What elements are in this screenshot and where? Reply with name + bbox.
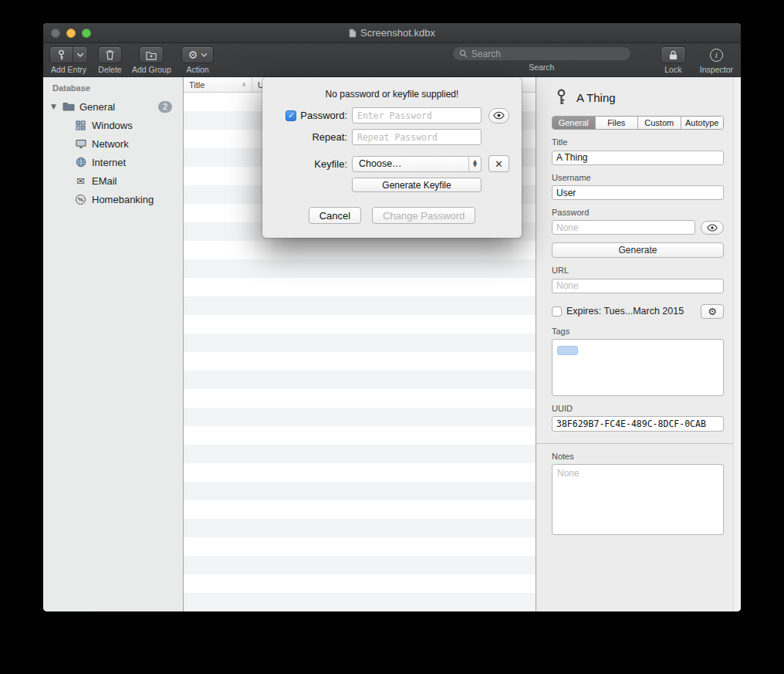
sidebar-item-windows[interactable]: Windows bbox=[43, 116, 183, 134]
eye-icon bbox=[707, 224, 718, 232]
action-label: Action bbox=[186, 65, 208, 74]
cancel-button[interactable]: Cancel bbox=[309, 207, 361, 224]
tab-general[interactable]: General bbox=[553, 117, 595, 129]
tab-custom[interactable]: Custom bbox=[637, 117, 681, 129]
sidebar-item-label: Windows bbox=[92, 120, 133, 131]
search-field[interactable] bbox=[452, 46, 631, 61]
add-entry-dropdown[interactable] bbox=[73, 47, 87, 63]
password-row bbox=[552, 220, 724, 235]
keyfile-popup[interactable]: Choose… ▲▼ bbox=[352, 156, 482, 172]
search-icon bbox=[459, 49, 468, 58]
reveal-password-button[interactable] bbox=[701, 221, 724, 235]
enter-password-input[interactable] bbox=[352, 107, 482, 124]
globe-icon bbox=[74, 157, 87, 168]
username-field-label: Username bbox=[552, 173, 724, 182]
repeat-row: Repeat: bbox=[275, 129, 509, 145]
document-icon bbox=[349, 29, 357, 38]
toolbar-lock: Lock bbox=[661, 46, 686, 74]
chevron-down-icon bbox=[201, 53, 207, 57]
sidebar-item-general[interactable]: ▼ General 2 bbox=[43, 97, 183, 116]
tag-token[interactable] bbox=[557, 346, 578, 355]
add-group-button[interactable] bbox=[139, 46, 164, 63]
tab-files[interactable]: Files bbox=[595, 117, 638, 129]
entry-title: A Thing bbox=[576, 91, 616, 104]
clear-keyfile-button[interactable]: ✕ bbox=[488, 155, 509, 172]
monitor-icon bbox=[74, 139, 87, 149]
desktop-background: Screenshot.kdbx Add Entry bbox=[0, 0, 784, 674]
toolbar-inspector: i Inspector bbox=[700, 46, 733, 74]
sidebar-item-label: EMail bbox=[92, 175, 117, 187]
password-field[interactable] bbox=[552, 220, 695, 235]
delete-label: Delete bbox=[98, 65, 121, 74]
add-group-label: Add Group bbox=[132, 65, 171, 74]
password-row: ✓ Password: bbox=[275, 107, 509, 124]
window-title: Screenshot.kdbx bbox=[360, 27, 435, 39]
expires-settings-button[interactable]: ⚙ bbox=[701, 304, 724, 319]
change-password-button[interactable]: Change Password bbox=[372, 207, 475, 224]
column-header-title[interactable]: Title ∧ bbox=[184, 77, 252, 92]
inspector-panel: A Thing General Files Custom Autotype Ti… bbox=[536, 77, 741, 611]
lock-button[interactable] bbox=[661, 46, 686, 63]
repeat-password-input[interactable] bbox=[352, 129, 482, 145]
sidebar-item-internet[interactable]: Internet bbox=[43, 153, 183, 171]
generate-password-button[interactable]: Generate bbox=[552, 242, 724, 258]
tags-box[interactable] bbox=[552, 339, 724, 396]
inspector-content: A Thing General Files Custom Autotype Ti… bbox=[536, 77, 733, 611]
search-input[interactable] bbox=[471, 49, 624, 59]
toolbar-add-group: Add Group bbox=[132, 46, 171, 74]
search-label: Search bbox=[529, 63, 554, 72]
folder-icon bbox=[62, 102, 75, 111]
reveal-password-button[interactable] bbox=[488, 108, 509, 124]
envelope-icon: ✉ bbox=[74, 176, 87, 186]
column-title-label: Title bbox=[189, 80, 204, 90]
title-field-label: Title bbox=[552, 137, 724, 147]
toolbar: Add Entry Delete Add Group bbox=[43, 43, 741, 77]
title-field[interactable] bbox=[552, 151, 724, 165]
sidebar-item-homebanking[interactable]: % Homebanking bbox=[43, 190, 183, 208]
expires-label: Expires: Tues...March 2015 bbox=[566, 306, 684, 317]
zoom-button[interactable] bbox=[82, 29, 91, 38]
lock-icon bbox=[669, 50, 678, 60]
generate-keyfile-row: Generate Keyfile bbox=[275, 178, 509, 192]
minimize-button[interactable] bbox=[66, 29, 76, 38]
keyfile-row: Keyfile: Choose… ▲▼ ✕ bbox=[275, 155, 509, 172]
disclosure-triangle-icon[interactable]: ▼ bbox=[51, 103, 62, 110]
dialog-buttons: Cancel Change Password bbox=[262, 207, 522, 224]
tab-autotype[interactable]: Autotype bbox=[681, 117, 724, 129]
inspector-label: Inspector bbox=[700, 65, 733, 74]
close-button[interactable] bbox=[51, 29, 60, 38]
change-password-dialog: No password or keyfile supplied! ✓ Passw… bbox=[262, 77, 522, 238]
password-field-label: Password bbox=[552, 208, 724, 217]
keyfile-label: Keyfile: bbox=[275, 158, 347, 170]
sidebar-item-network[interactable]: Network bbox=[43, 134, 183, 153]
delete-button[interactable] bbox=[98, 46, 122, 63]
add-entry-button[interactable] bbox=[49, 46, 88, 63]
sidebar: Database ▼ General 2 Windows bbox=[43, 77, 183, 611]
traffic-lights bbox=[51, 29, 91, 38]
sidebar-item-label: Network bbox=[92, 138, 129, 150]
generate-keyfile-button[interactable]: Generate Keyfile bbox=[352, 178, 482, 192]
password-checkbox[interactable]: ✓ bbox=[286, 110, 296, 121]
sidebar-item-label: Homebanking bbox=[92, 194, 154, 205]
action-button[interactable]: ⚙ bbox=[181, 46, 215, 63]
inspector-scrollbar[interactable] bbox=[733, 77, 741, 611]
inspector-header: A Thing bbox=[555, 89, 724, 106]
inspector-button[interactable]: i bbox=[710, 46, 723, 63]
gear-icon: ⚙ bbox=[188, 49, 198, 60]
notes-label: Notes bbox=[552, 452, 724, 461]
keyfile-value: Choose… bbox=[359, 158, 402, 169]
uuid-field[interactable] bbox=[552, 416, 724, 432]
username-field[interactable] bbox=[552, 185, 724, 200]
url-field-label: URL bbox=[552, 266, 724, 275]
sidebar-section-header: Database bbox=[43, 83, 183, 97]
add-entry-label: Add Entry bbox=[51, 65, 86, 74]
inspector-tabs: General Files Custom Autotype bbox=[552, 116, 724, 130]
url-field[interactable] bbox=[552, 279, 724, 293]
info-icon: i bbox=[710, 49, 723, 62]
notes-field[interactable]: None bbox=[552, 464, 724, 535]
tags-label: Tags bbox=[552, 327, 724, 336]
trash-icon bbox=[105, 49, 115, 60]
sidebar-item-email[interactable]: ✉ EMail bbox=[43, 171, 183, 190]
expires-checkbox[interactable] bbox=[552, 307, 562, 317]
repeat-label: Repeat: bbox=[275, 131, 347, 143]
